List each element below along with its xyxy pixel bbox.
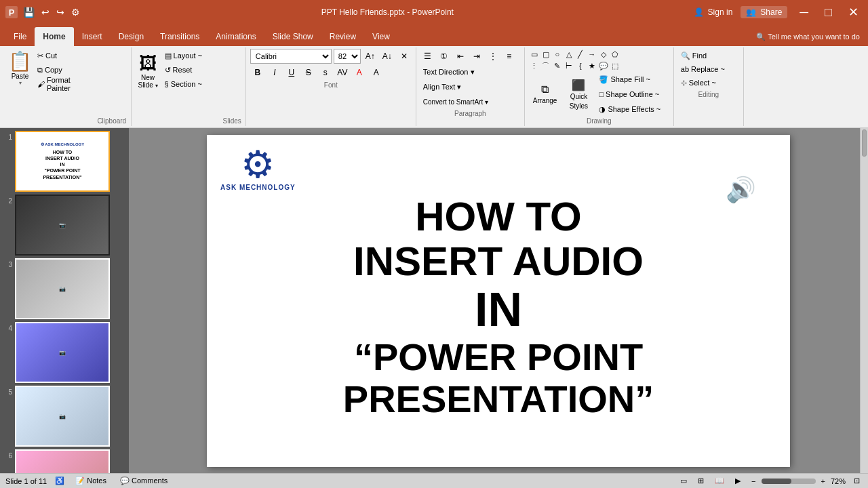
- find-button[interactable]: 🔍 Find: [678, 49, 739, 62]
- cols-button[interactable]: ⋮: [486, 49, 500, 64]
- align-text-button[interactable]: Align Text ▾: [420, 80, 481, 94]
- text-direction-button[interactable]: Text Direction ▾: [420, 65, 481, 79]
- highlight-color-button[interactable]: A: [369, 65, 384, 80]
- slide-thumbnail-6[interactable]: 📷: [15, 449, 110, 473]
- signin-button[interactable]: 👤 Sign in: [694, 7, 733, 17]
- slide-canvas[interactable]: ⚙ ASK MECHNOLOGY 🔊 HOW TO INSERT AUDIO I…: [207, 135, 790, 467]
- slide-thumbnail-3[interactable]: 📷: [15, 258, 110, 319]
- underline-button[interactable]: U: [284, 65, 299, 80]
- list-item[interactable]: 3 📷: [3, 258, 126, 319]
- zoom-slider[interactable]: [762, 479, 816, 484]
- line-shape[interactable]: ╱: [575, 49, 586, 60]
- slide-sorter-button[interactable]: ⊞: [695, 476, 707, 486]
- layout-button[interactable]: ▤ Layout ~: [162, 49, 223, 62]
- action-button[interactable]: ⬚: [610, 60, 620, 71]
- shape-effects-button[interactable]: ◑ Shape Effects ~: [596, 102, 663, 116]
- tab-insert[interactable]: Insert: [74, 27, 111, 46]
- new-slide-button[interactable]: 🖼 New Slide ▾: [136, 49, 161, 92]
- notes-button[interactable]: 📝 Notes: [73, 476, 109, 486]
- char-spacing-button[interactable]: AV: [335, 65, 350, 80]
- increase-indent-button[interactable]: ⇥: [469, 49, 484, 64]
- connector-shape[interactable]: ⊢: [564, 60, 574, 71]
- increase-font-button[interactable]: A↑: [363, 49, 378, 64]
- tab-design[interactable]: Design: [111, 27, 152, 46]
- circle-shape[interactable]: ○: [552, 49, 563, 60]
- paragraph-group: ☰ ① ⇤ ⇥ ⋮ ≡ Text Direction ▾ Align Text …: [416, 47, 525, 126]
- quick-styles-button[interactable]: ⬛ Quick Styles: [564, 81, 593, 108]
- convert-smartart-button[interactable]: Convert to SmartArt ▾: [420, 95, 491, 108]
- section-button[interactable]: § Section ~: [162, 77, 223, 91]
- numbering-button[interactable]: ①: [437, 49, 452, 64]
- cut-button[interactable]: ✂ Cut: [35, 49, 96, 62]
- tab-view[interactable]: View: [364, 27, 398, 46]
- normal-view-button[interactable]: ▭: [677, 476, 690, 486]
- replace-button[interactable]: ab Replace ~: [678, 62, 739, 76]
- list-item[interactable]: 4 📷: [3, 322, 126, 383]
- font-color-button[interactable]: A: [352, 65, 367, 80]
- reading-view-button[interactable]: 📖: [712, 476, 727, 486]
- freeform-shape[interactable]: ✎: [552, 60, 563, 71]
- save-qat-button[interactable]: 💾: [22, 5, 36, 19]
- slideshow-button[interactable]: ▶: [732, 476, 743, 486]
- arrow-shape[interactable]: →: [587, 49, 597, 60]
- format-painter-button[interactable]: 🖌 Format Painter: [35, 77, 96, 91]
- select-button[interactable]: ⊹ Select ~: [678, 76, 739, 89]
- rounded-rect-shape[interactable]: ▢: [540, 49, 551, 60]
- paste-label: Paste: [12, 73, 29, 80]
- line-spacing-button[interactable]: ≡: [502, 49, 517, 64]
- text-shadow-button[interactable]: s: [318, 65, 333, 80]
- strikethrough-button[interactable]: S: [301, 65, 316, 80]
- decrease-font-button[interactable]: A↓: [380, 49, 395, 64]
- tab-transitions[interactable]: Transitions: [152, 27, 208, 46]
- paste-button[interactable]: 📋 Paste ▾: [5, 49, 35, 87]
- minimize-button[interactable]: ─: [795, 5, 812, 20]
- copy-button[interactable]: ⧉ Copy: [35, 63, 96, 77]
- list-item[interactable]: 5 📷: [3, 386, 126, 447]
- list-item[interactable]: 2 📷: [3, 195, 126, 256]
- decrease-indent-button[interactable]: ⇤: [453, 49, 468, 64]
- bracket-shape[interactable]: {: [575, 60, 586, 71]
- tab-file[interactable]: File: [5, 27, 35, 46]
- callout-shape[interactable]: 💬: [598, 60, 609, 71]
- redo-qat-button[interactable]: ↪: [55, 5, 66, 19]
- customize-qat-button[interactable]: ⚙: [70, 5, 81, 19]
- undo-qat-button[interactable]: ↩: [40, 5, 51, 19]
- scrollbar-thumb[interactable]: [862, 129, 867, 157]
- font-size-select[interactable]: 82: [334, 49, 361, 64]
- close-button[interactable]: ✕: [844, 5, 863, 20]
- share-button[interactable]: 👥 Share: [741, 6, 787, 18]
- slide-thumbnail-1[interactable]: ⚙ ASK MECHNOLOGY HOW TOINSERT AUDIOIN"PO…: [15, 131, 110, 192]
- font-family-select[interactable]: Calibri: [250, 49, 332, 64]
- tell-me-input[interactable]: 🔍 Tell me what you want to do: [748, 27, 868, 46]
- more-shapes[interactable]: ⋮: [529, 60, 540, 71]
- pentagon-shape[interactable]: ⬠: [610, 49, 620, 60]
- clear-format-button[interactable]: ✕: [397, 49, 412, 64]
- shape-outline-button[interactable]: □ Shape Outline ~: [596, 87, 663, 101]
- tab-home[interactable]: Home: [35, 27, 73, 46]
- slide-thumbnail-5[interactable]: 📷: [15, 386, 110, 447]
- list-item[interactable]: 6 📷: [3, 449, 126, 473]
- tab-animations[interactable]: Animations: [208, 27, 264, 46]
- zoom-out-button[interactable]: −: [749, 476, 758, 486]
- reset-button[interactable]: ↺ Reset: [162, 63, 223, 77]
- tab-review[interactable]: Review: [321, 27, 364, 46]
- arrange-button[interactable]: ⧉ Arrange: [529, 81, 561, 108]
- curve-shape[interactable]: ⌒: [540, 60, 551, 71]
- zoom-in-button[interactable]: +: [818, 476, 828, 486]
- shape-fill-button[interactable]: 🪣 Shape Fill ~: [596, 73, 663, 86]
- restore-button[interactable]: □: [821, 5, 836, 20]
- bullets-button[interactable]: ☰: [420, 49, 435, 64]
- tab-slideshow[interactable]: Slide Show: [264, 27, 321, 46]
- fit-slide-button[interactable]: ⊡: [851, 476, 863, 486]
- list-item[interactable]: 1 ⚙ ASK MECHNOLOGY HOW TOINSERT AUDIOIN"…: [3, 131, 126, 192]
- triangle-shape[interactable]: △: [564, 49, 574, 60]
- diamond-shape[interactable]: ◇: [598, 49, 609, 60]
- bold-button[interactable]: B: [250, 65, 265, 80]
- comments-button[interactable]: 💬 Comments: [117, 476, 170, 486]
- slide-thumbnail-2[interactable]: 📷: [15, 195, 110, 256]
- vertical-scrollbar[interactable]: [860, 128, 868, 473]
- slide-thumbnail-4[interactable]: 📷: [15, 322, 110, 383]
- rect-shape[interactable]: ▭: [529, 49, 540, 60]
- star-shape[interactable]: ★: [587, 60, 597, 71]
- italic-button[interactable]: I: [267, 65, 282, 80]
